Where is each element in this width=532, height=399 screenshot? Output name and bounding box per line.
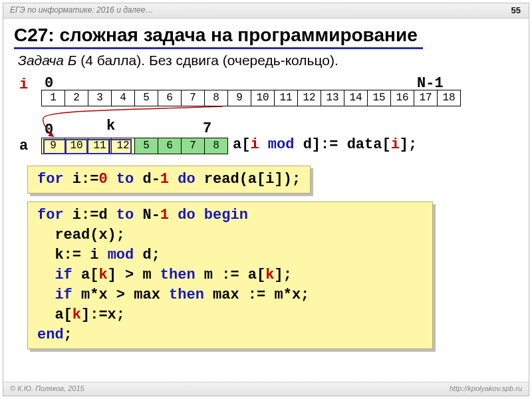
strip-cell: 8: [204, 90, 228, 106]
strip-cell: 4: [111, 90, 135, 106]
strip-cell: 18: [437, 90, 461, 106]
code-block-1: for i:=0 to d-1 do read(a[i]);: [27, 166, 311, 194]
strip-cell: 6: [158, 90, 182, 106]
strip-cell: 11: [274, 90, 298, 106]
strip-cell: 12: [297, 90, 321, 106]
strip-cell: 13: [321, 90, 344, 106]
label-a-zero: 0: [45, 122, 53, 138]
array-cell: 12: [111, 138, 135, 154]
strip-cell: 9: [227, 90, 251, 106]
slide-footer: © К.Ю. Поляков, 2015 http://kpolyakov.sp…: [3, 382, 529, 396]
array-cell: 10: [65, 138, 88, 154]
strip-cell: 5: [134, 90, 158, 106]
slide-header: ЕГЭ по информатике: 2016 и далее… 55: [3, 3, 529, 19]
array-cell: 7: [181, 138, 205, 154]
label-k: k: [106, 118, 115, 134]
strip-cell: 1: [41, 90, 65, 106]
array-cell: 11: [88, 138, 112, 154]
strip-cell: 3: [88, 90, 112, 106]
strip-cell: 17: [414, 90, 438, 106]
label-a: a: [19, 138, 28, 154]
footer-url: http://kpolyakov.spb.ru: [450, 384, 522, 392]
slide-title: C27: сложная задача на программирование: [14, 25, 423, 49]
strip-cell: 7: [181, 90, 205, 106]
strip-cell: 10: [251, 90, 275, 106]
array-a: 91011125678: [42, 138, 228, 154]
page-number: 55: [511, 5, 521, 15]
label-seven: 7: [203, 120, 211, 137]
strip-cell: 15: [367, 90, 391, 106]
footer-copyright: © К.Ю. Поляков, 2015: [10, 384, 84, 392]
label-i: i: [19, 76, 28, 93]
array-cell: 8: [204, 138, 228, 154]
array-cell: 5: [134, 138, 158, 154]
strip-cell: 14: [344, 90, 368, 106]
assignment-expression: a[i mod d]:= data[i];: [233, 136, 417, 153]
subtitle: Задача Б (4 балла). Без сдвига (очередь-…: [18, 53, 338, 68]
subtitle-rest: (4 балла). Без сдвига (очередь-кольцо).: [77, 53, 338, 68]
index-strip: 123456789101112131415161718: [42, 90, 461, 106]
array-cell: 6: [158, 138, 182, 154]
header-text: ЕГЭ по информатике: 2016 и далее…: [10, 5, 153, 15]
subtitle-italic: Задача Б: [18, 53, 77, 68]
strip-cell: 2: [65, 90, 88, 106]
array-cell: 9: [41, 138, 65, 154]
strip-cell: 16: [390, 90, 414, 106]
code-block-2: for i:=d to N-1 do begin read(x); k:= i …: [27, 201, 433, 349]
